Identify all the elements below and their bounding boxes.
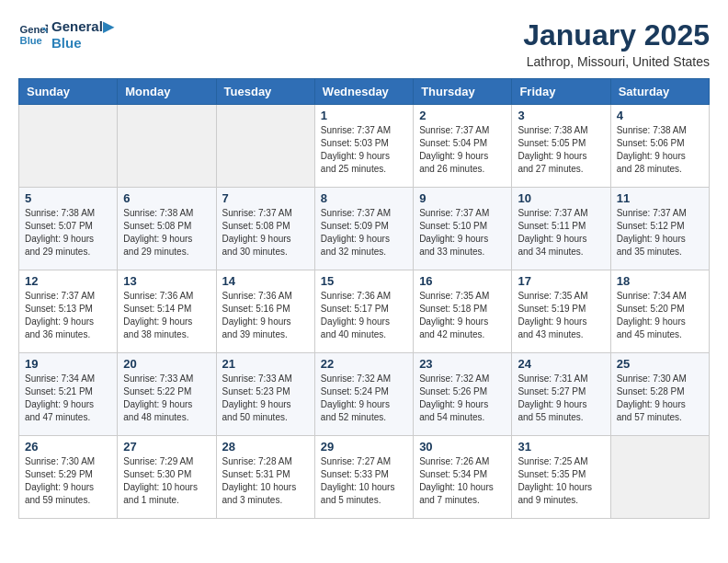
day-number: 7	[222, 191, 309, 205]
calendar-cell: 24Sunrise: 7:31 AMSunset: 5:27 PMDayligh…	[512, 353, 610, 436]
calendar-cell: 25Sunrise: 7:30 AMSunset: 5:28 PMDayligh…	[610, 353, 709, 436]
day-info: Sunrise: 7:37 AMSunset: 5:13 PMDaylight:…	[25, 290, 111, 341]
calendar-cell: 20Sunrise: 7:33 AMSunset: 5:22 PMDayligh…	[118, 353, 216, 436]
weekday-header-wednesday: Wednesday	[314, 79, 413, 105]
day-number: 1	[321, 109, 407, 122]
day-info: Sunrise: 7:34 AMSunset: 5:21 PMDaylight:…	[25, 373, 111, 424]
weekday-header-sunday: Sunday	[19, 79, 118, 105]
calendar-cell: 13Sunrise: 7:36 AMSunset: 5:14 PMDayligh…	[118, 270, 216, 353]
day-number: 14	[222, 274, 309, 288]
svg-text:General: General	[20, 24, 48, 35]
day-number: 9	[419, 191, 506, 205]
calendar-cell: 30Sunrise: 7:26 AMSunset: 5:34 PMDayligh…	[414, 436, 512, 519]
calendar-cell: 7Sunrise: 7:37 AMSunset: 5:08 PMDaylight…	[216, 188, 314, 270]
calendar-cell: 26Sunrise: 7:30 AMSunset: 5:29 PMDayligh…	[19, 436, 118, 519]
weekday-header-saturday: Saturday	[610, 79, 709, 105]
calendar-cell: 12Sunrise: 7:37 AMSunset: 5:13 PMDayligh…	[19, 270, 118, 353]
day-info: Sunrise: 7:37 AMSunset: 5:03 PMDaylight:…	[321, 124, 407, 176]
weekday-header-thursday: Thursday	[414, 79, 512, 105]
calendar-cell: 23Sunrise: 7:32 AMSunset: 5:26 PMDayligh…	[414, 353, 512, 436]
day-info: Sunrise: 7:33 AMSunset: 5:23 PMDaylight:…	[222, 373, 309, 424]
day-info: Sunrise: 7:36 AMSunset: 5:16 PMDaylight:…	[222, 290, 309, 341]
day-number: 24	[518, 357, 604, 371]
day-number: 12	[25, 274, 111, 288]
day-number: 8	[321, 191, 407, 205]
weekday-header-friday: Friday	[512, 79, 610, 105]
calendar-week-5: 26Sunrise: 7:30 AMSunset: 5:29 PMDayligh…	[19, 436, 710, 519]
calendar-cell: 2Sunrise: 7:37 AMSunset: 5:04 PMDaylight…	[414, 105, 512, 188]
day-info: Sunrise: 7:37 AMSunset: 5:08 PMDaylight:…	[222, 207, 309, 259]
calendar-cell	[118, 105, 216, 188]
day-number: 22	[321, 357, 407, 371]
calendar-cell: 21Sunrise: 7:33 AMSunset: 5:23 PMDayligh…	[216, 353, 314, 436]
day-number: 11	[617, 191, 703, 205]
day-number: 17	[518, 274, 604, 288]
calendar-cell: 17Sunrise: 7:35 AMSunset: 5:19 PMDayligh…	[512, 270, 610, 353]
calendar-cell: 16Sunrise: 7:35 AMSunset: 5:18 PMDayligh…	[414, 270, 512, 353]
title-section: January 2025 Lathrop, Missouri, United S…	[523, 18, 710, 69]
header: General Blue General▶ Blue January 2025 …	[18, 18, 710, 69]
weekday-header-row: SundayMondayTuesdayWednesdayThursdayFrid…	[19, 79, 710, 105]
logo-icon: General Blue	[18, 20, 48, 50]
calendar-cell: 10Sunrise: 7:37 AMSunset: 5:11 PMDayligh…	[512, 188, 610, 270]
day-info: Sunrise: 7:37 AMSunset: 5:11 PMDaylight:…	[518, 207, 604, 259]
day-info: Sunrise: 7:30 AMSunset: 5:29 PMDaylight:…	[25, 455, 111, 507]
calendar-cell: 14Sunrise: 7:36 AMSunset: 5:16 PMDayligh…	[216, 270, 314, 353]
day-number: 28	[222, 440, 309, 454]
day-info: Sunrise: 7:27 AMSunset: 5:33 PMDaylight:…	[321, 455, 407, 507]
calendar-cell: 31Sunrise: 7:25 AMSunset: 5:35 PMDayligh…	[512, 436, 610, 519]
calendar-cell: 4Sunrise: 7:38 AMSunset: 5:06 PMDaylight…	[610, 105, 709, 188]
day-info: Sunrise: 7:38 AMSunset: 5:07 PMDaylight:…	[25, 207, 111, 259]
calendar-table: SundayMondayTuesdayWednesdayThursdayFrid…	[18, 78, 710, 519]
day-number: 31	[518, 440, 604, 454]
day-info: Sunrise: 7:33 AMSunset: 5:22 PMDaylight:…	[123, 373, 210, 424]
day-number: 18	[617, 274, 703, 288]
day-number: 6	[123, 191, 210, 205]
calendar-cell: 11Sunrise: 7:37 AMSunset: 5:12 PMDayligh…	[610, 188, 709, 270]
logo-blue: Blue	[51, 35, 114, 52]
day-info: Sunrise: 7:28 AMSunset: 5:31 PMDaylight:…	[222, 455, 309, 507]
calendar-cell: 18Sunrise: 7:34 AMSunset: 5:20 PMDayligh…	[610, 270, 709, 353]
day-info: Sunrise: 7:37 AMSunset: 5:10 PMDaylight:…	[419, 207, 506, 259]
day-info: Sunrise: 7:26 AMSunset: 5:34 PMDaylight:…	[419, 455, 506, 507]
day-number: 21	[222, 357, 309, 371]
day-info: Sunrise: 7:36 AMSunset: 5:14 PMDaylight:…	[123, 290, 210, 341]
day-info: Sunrise: 7:35 AMSunset: 5:19 PMDaylight:…	[518, 290, 604, 341]
day-info: Sunrise: 7:38 AMSunset: 5:08 PMDaylight:…	[123, 207, 210, 259]
day-number: 2	[419, 109, 506, 122]
day-info: Sunrise: 7:32 AMSunset: 5:26 PMDaylight:…	[419, 373, 506, 424]
day-info: Sunrise: 7:25 AMSunset: 5:35 PMDaylight:…	[518, 455, 604, 507]
day-number: 27	[123, 440, 210, 454]
calendar-cell: 8Sunrise: 7:37 AMSunset: 5:09 PMDaylight…	[314, 188, 413, 270]
day-info: Sunrise: 7:30 AMSunset: 5:28 PMDaylight:…	[617, 373, 703, 424]
calendar-cell: 29Sunrise: 7:27 AMSunset: 5:33 PMDayligh…	[314, 436, 413, 519]
day-info: Sunrise: 7:31 AMSunset: 5:27 PMDaylight:…	[518, 373, 604, 424]
day-number: 4	[617, 109, 703, 122]
day-info: Sunrise: 7:37 AMSunset: 5:09 PMDaylight:…	[321, 207, 407, 259]
day-info: Sunrise: 7:29 AMSunset: 5:30 PMDaylight:…	[123, 455, 210, 507]
calendar-cell: 15Sunrise: 7:36 AMSunset: 5:17 PMDayligh…	[314, 270, 413, 353]
day-info: Sunrise: 7:38 AMSunset: 5:05 PMDaylight:…	[518, 124, 604, 176]
calendar-cell: 27Sunrise: 7:29 AMSunset: 5:30 PMDayligh…	[118, 436, 216, 519]
calendar-cell	[216, 105, 314, 188]
calendar-cell: 9Sunrise: 7:37 AMSunset: 5:10 PMDaylight…	[414, 188, 512, 270]
calendar-cell: 1Sunrise: 7:37 AMSunset: 5:03 PMDaylight…	[314, 105, 413, 188]
day-number: 20	[123, 357, 210, 371]
calendar-cell: 6Sunrise: 7:38 AMSunset: 5:08 PMDaylight…	[118, 188, 216, 270]
day-number: 15	[321, 274, 407, 288]
day-info: Sunrise: 7:36 AMSunset: 5:17 PMDaylight:…	[321, 290, 407, 341]
day-number: 3	[518, 109, 604, 122]
day-info: Sunrise: 7:32 AMSunset: 5:24 PMDaylight:…	[321, 373, 407, 424]
calendar-week-3: 12Sunrise: 7:37 AMSunset: 5:13 PMDayligh…	[19, 270, 710, 353]
day-number: 13	[123, 274, 210, 288]
calendar-cell: 19Sunrise: 7:34 AMSunset: 5:21 PMDayligh…	[19, 353, 118, 436]
day-number: 26	[25, 440, 111, 454]
day-number: 10	[518, 191, 604, 205]
calendar-week-1: 1Sunrise: 7:37 AMSunset: 5:03 PMDaylight…	[19, 105, 710, 188]
calendar-title: January 2025	[523, 18, 710, 52]
calendar-cell	[610, 436, 709, 519]
weekday-header-tuesday: Tuesday	[216, 79, 314, 105]
calendar-cell: 28Sunrise: 7:28 AMSunset: 5:31 PMDayligh…	[216, 436, 314, 519]
day-number: 30	[419, 440, 506, 454]
day-info: Sunrise: 7:37 AMSunset: 5:04 PMDaylight:…	[419, 124, 506, 176]
